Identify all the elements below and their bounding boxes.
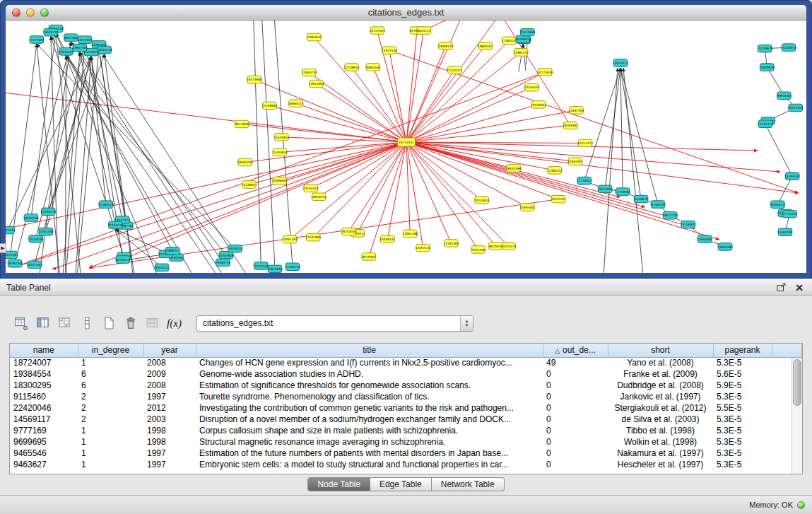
citing-node[interactable]: 13425587 xyxy=(6,251,18,259)
paper-node[interactable]: 13912683 xyxy=(309,80,324,88)
citing-node[interactable]: 14194542 xyxy=(784,173,800,180)
column-header-title[interactable]: title xyxy=(196,344,543,357)
table-row[interactable]: 1456911722003Disruption of a novel membe… xyxy=(10,414,802,425)
citing-node[interactable]: 9756109 xyxy=(651,201,665,209)
citing-node[interactable]: 10077564 xyxy=(27,261,42,269)
paper-node[interactable]: 8670449 xyxy=(489,243,503,250)
import-table-button[interactable] xyxy=(141,313,163,334)
paper-node[interactable]: 22470574 xyxy=(501,243,517,250)
paper-node[interactable]: 10722503 xyxy=(370,27,385,35)
paper-node[interactable]: 17331895 xyxy=(305,233,321,241)
citing-node[interactable]: 15229978 xyxy=(757,45,772,52)
paper-node[interactable]: 17661188 xyxy=(402,230,418,238)
paper-node[interactable]: 16660715 xyxy=(288,100,304,107)
paper-node[interactable]: 11581385 xyxy=(443,240,459,247)
function-builder-button[interactable]: f(x) xyxy=(163,313,185,334)
delete-column-button[interactable] xyxy=(119,313,141,334)
citing-node[interactable]: 19252324 xyxy=(788,104,804,112)
column-header-pagerank[interactable]: pagerank xyxy=(713,344,772,357)
paper-node[interactable]: 15509666 xyxy=(261,102,277,110)
paper-node[interactable]: 22837393 xyxy=(568,107,584,115)
paper-node[interactable]: 9081648 xyxy=(366,64,380,71)
citing-node[interactable]: 23909819 xyxy=(759,64,775,71)
network-canvas[interactable]: 1025747710581301123852371963339695231912… xyxy=(6,21,806,273)
show-columns-button[interactable] xyxy=(32,313,54,334)
table-row[interactable]: 969969511998Structural magnetic resonanc… xyxy=(10,436,802,448)
table-mode-button[interactable]: ⚙ xyxy=(10,313,32,334)
citing-node[interactable]: 9954152 xyxy=(155,264,169,271)
paper-node[interactable]: 21444854 xyxy=(272,148,288,156)
citing-node[interactable]: 21580529 xyxy=(98,201,114,209)
tab-network-table[interactable]: Network Table xyxy=(432,477,505,491)
paper-node[interactable]: 14008532 xyxy=(379,235,395,243)
table-row[interactable]: 1830029562008Estimation of significance … xyxy=(10,380,802,391)
paper-node[interactable]: 15530955 xyxy=(273,134,289,141)
paper-node[interactable]: 20333614 xyxy=(474,197,490,204)
paper-node[interactable]: 23394462 xyxy=(519,204,535,211)
column-header-in-degree[interactable]: in_degree xyxy=(78,344,143,357)
citing-node[interactable]: 22623868 xyxy=(519,28,535,36)
scrollbar-thumb[interactable] xyxy=(793,359,801,406)
paper-node[interactable]: 23104313 xyxy=(303,185,319,192)
paper-node[interactable]: 18724007 xyxy=(398,138,416,146)
paper-node[interactable]: 23544433 xyxy=(524,83,540,90)
edit-table-button[interactable]: ✔ ✔ xyxy=(54,313,76,334)
citing-node[interactable]: 8505014 xyxy=(771,201,785,209)
network-window-titlebar[interactable]: citations_edges.txt xyxy=(6,5,806,21)
paper-node[interactable]: 8979482 xyxy=(362,253,376,261)
paper-node[interactable]: 19584206 xyxy=(237,158,253,166)
minimize-window-button[interactable] xyxy=(26,8,35,17)
paper-node[interactable]: 10173978 xyxy=(537,69,553,76)
paper-node[interactable]: 13402506 xyxy=(382,47,397,54)
paper-node[interactable]: 13238607 xyxy=(242,181,257,188)
panel-grabber-arrow-icon[interactable]: ▶ xyxy=(0,243,6,253)
citing-node[interactable]: 15572562 xyxy=(253,262,269,270)
citing-node[interactable]: 19464729 xyxy=(215,259,230,267)
citing-node[interactable]: 18791030 xyxy=(7,260,23,268)
paper-node[interactable]: 9523191 xyxy=(552,195,566,203)
paper-node[interactable]: 12385237 xyxy=(547,167,563,175)
citing-node[interactable]: 9991046 xyxy=(777,92,792,100)
citing-node[interactable]: 22650226 xyxy=(107,221,123,229)
citing-node[interactable]: 14524605 xyxy=(77,36,93,44)
citing-node[interactable]: 13874894 xyxy=(267,265,283,273)
citing-node[interactable]: 11513095 xyxy=(597,185,613,193)
paper-node[interactable]: 9231509 xyxy=(471,246,486,254)
column-header-year[interactable]: year xyxy=(143,344,196,357)
paper-node[interactable]: 13382537 xyxy=(513,49,529,57)
paper-node[interactable]: 8624112 xyxy=(417,27,431,35)
paper-node[interactable]: 19633396 xyxy=(506,165,522,173)
table-row[interactable]: 2242004622012Investigating the contribut… xyxy=(10,402,802,414)
citing-node[interactable]: 8002585 xyxy=(64,34,78,42)
citing-node[interactable]: 8223454 xyxy=(116,256,130,264)
citing-node[interactable]: 22635884 xyxy=(697,235,712,243)
column-header-name[interactable]: name xyxy=(10,344,78,357)
table-row[interactable]: 1872400712008Changes of HCN gene express… xyxy=(10,357,802,368)
citing-node[interactable]: 8456801 xyxy=(516,35,530,43)
citing-node[interactable]: 15216873 xyxy=(781,44,796,52)
tab-edge-table[interactable]: Edge Table xyxy=(370,477,432,491)
column-header-short[interactable]: short xyxy=(608,344,713,357)
table-row[interactable]: 946362711997Embryonic stem cells: a mode… xyxy=(10,459,802,470)
citing-node[interactable]: 10914236 xyxy=(97,46,112,54)
paper-node[interactable]: 21525312 xyxy=(447,66,462,74)
paper-node[interactable]: 12381437 xyxy=(501,37,517,45)
paper-node[interactable]: 11954755 xyxy=(301,69,317,76)
citing-node[interactable]: 13104538 xyxy=(28,235,44,243)
citing-node[interactable]: 11301160 xyxy=(38,228,54,235)
paper-node[interactable]: 13998333 xyxy=(438,42,454,50)
table-selector-dropdown[interactable]: citations_edges.txt ▲ ▼ xyxy=(196,315,473,332)
citing-node[interactable]: 22141372 xyxy=(758,120,773,128)
citing-node[interactable]: 17712614 xyxy=(782,210,798,218)
create-column-button[interactable] xyxy=(98,313,119,334)
paper-node[interactable]: 23061393 xyxy=(282,235,298,243)
table-row[interactable]: 977716911998Corpus callosum shape and si… xyxy=(10,425,802,436)
paper-node[interactable]: 10257477 xyxy=(577,139,593,147)
tab-node-table[interactable]: Node Table xyxy=(307,477,370,491)
zoom-window-button[interactable] xyxy=(40,8,49,17)
citing-node[interactable]: 10671218 xyxy=(662,212,678,220)
paper-node[interactable]: 19860267 xyxy=(478,42,493,50)
citing-node[interactable]: 22844345 xyxy=(6,226,16,234)
float-panel-icon[interactable] xyxy=(777,283,787,292)
row-height-button[interactable] xyxy=(76,313,98,334)
